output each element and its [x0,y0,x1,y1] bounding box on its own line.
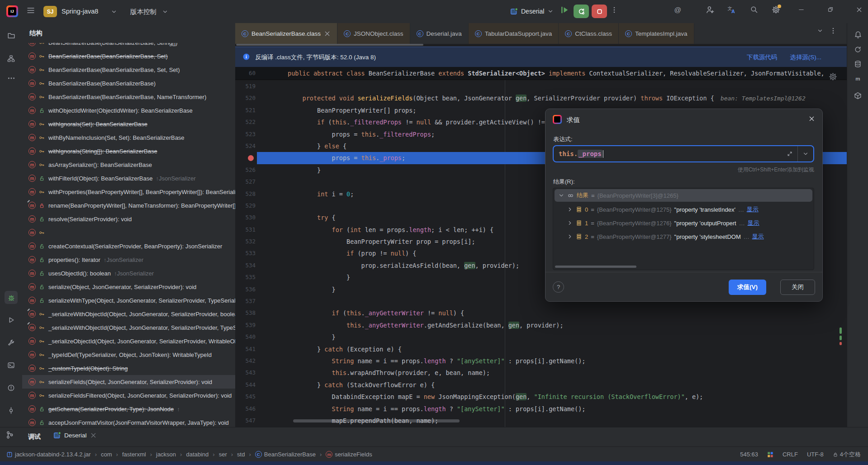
line-separator[interactable]: CRLF [783,451,798,458]
editor-settings-gear-icon[interactable] [829,72,837,81]
run-configuration-selector[interactable]: Deserial [510,5,554,18]
debug-session-tab[interactable]: Deserial [53,432,97,439]
line-number[interactable]: 537 [235,295,256,307]
show-value-link[interactable]: 显示 [752,232,764,241]
line-number[interactable]: 542 [235,355,256,367]
window-minimize-button[interactable] [798,6,805,13]
code-line[interactable]: 546 String name = i == props.length ? "[… [235,403,847,415]
breadcrumb-item[interactable]: jackson-databind-2.13.4.2.jar [6,451,91,458]
line-number[interactable]: 534 [235,260,256,271]
project-tool-icon[interactable] [5,29,18,42]
code-line[interactable]: 541 } catch (Exception e) { [235,343,847,355]
breadcrumb-item[interactable]: fasterxml [122,451,146,458]
git-branch-icon[interactable] [5,431,14,439]
build-tool-icon[interactable] [5,336,18,349]
line-number[interactable]: 531 [235,224,256,236]
code-line[interactable]: 520 protected void serializeFields(Objec… [235,92,847,104]
structure-item[interactable]: mwithProperties(BeanPropertyWriter[], Be… [22,185,235,199]
indent-widget[interactable]: 4个空格 [833,451,861,459]
line-number[interactable]: 524 [235,140,256,152]
line-number[interactable]: 520 [235,92,256,104]
code-line[interactable]: 547 mapE.prependPath(bean, name); [235,415,847,427]
code-line[interactable]: 542 String name = i == props.length ? "[… [235,355,847,367]
structure-item[interactable]: mgetSchema(SerializerProvider, Type): Js… [22,402,235,416]
structure-tool-icon[interactable] [5,52,18,65]
structure-item[interactable]: mBeanSerializerBase(BeanSerializerBase, … [22,90,235,104]
tabs-more-icon[interactable] [830,27,837,34]
structure-item[interactable]: mBeanSerializerBase(BeanSerializerBase) [22,76,235,90]
translate-icon[interactable]: 文A [727,5,736,14]
code-line[interactable]: 544 } catch (StackOverflowError e) { [235,379,847,391]
line-number[interactable]: 536 [235,284,256,295]
tree-scrollbar[interactable] [555,266,636,268]
tab-scrollbar[interactable] [236,44,423,46]
result-tree-row[interactable]: 结果 = {BeanPropertyWriter[3]@1265} [555,189,812,202]
line-number[interactable]: 544 [235,379,256,391]
chevron-down-icon[interactable] [558,192,564,199]
structure-item[interactable]: mserializeFields(Object, JsonGenerator, … [22,375,235,389]
breadcrumb[interactable]: jackson-databind-2.13.4.2.jar›com›faster… [6,451,372,458]
close-button[interactable]: 关闭 [780,280,815,295]
structure-item[interactable]: mwithIgnorals(Set): BeanSerializerBase [22,117,235,131]
code-line[interactable]: 538 if (this._anyGetterWriter != null) { [235,307,847,319]
chevron-right-icon[interactable] [567,233,573,240]
help-button[interactable]: ? [553,281,564,293]
caret-position[interactable]: 545:63 [740,451,758,458]
result-tree-row[interactable]: 2 = {BeanPropertyWriter@1277} "property … [553,230,814,243]
editor-tab[interactable]: CDeserial.java [410,23,469,44]
structure-item[interactable]: mserializeWithType(Object, JsonGenerator… [22,294,235,307]
problems-tool-icon[interactable] [5,381,18,394]
structure-item[interactable]: mwithByNameInclusion(Set, Set): BeanSeri… [22,131,235,144]
line-number[interactable]: 529 [235,200,256,212]
database-tool-icon[interactable] [851,57,864,71]
breadcrumb-item[interactable]: jackson [156,451,176,458]
structure-item[interactable]: mfindConvertingSerializer(SerializerProv… [22,226,235,239]
result-tree-row[interactable]: 0 = {BeanPropertyWriter@1275} "property … [553,203,814,216]
breadcrumb-item[interactable]: std [237,451,245,458]
structure-item[interactable]: m_serializeWithObjectId(Object, JsonGene… [22,307,235,321]
line-number[interactable]: 545 [235,391,256,403]
notifications-bell-icon[interactable] [851,28,864,41]
dependencies-tool-icon[interactable] [851,89,864,102]
terminal-tool-icon[interactable] [5,359,18,372]
evaluate-button[interactable]: 求值(V) [729,280,766,295]
expand-editor-icon[interactable] [787,146,797,161]
structure-item[interactable]: m_typeIdDef(TypeSerializer, Object, Json… [22,348,235,361]
main-menu-icon[interactable] [26,6,35,15]
code-line[interactable]: 545 DatabindException mapE = new JsonMap… [235,391,847,403]
dialog-close-icon[interactable] [808,115,815,122]
editor-tab[interactable]: CTemplatesImpl.java [619,23,694,44]
breadcrumb-item[interactable]: ser [219,451,227,458]
structure-item[interactable]: musesObjectId(): boolean ↑JsonSerializer [22,266,235,280]
line-number[interactable]: 60 [235,67,256,80]
line-number[interactable]: 527 [235,176,256,188]
structure-item[interactable]: mserializeFieldsFiltered(Object, JsonGen… [22,389,235,402]
structure-item[interactable]: mproperties(): Iterator ↑JsonSerializer [22,253,235,266]
structure-item[interactable]: mwithObjectIdWriter(ObjectIdWriter): Bea… [22,104,235,117]
color-grid-icon[interactable] [767,451,773,458]
code-with-me-icon[interactable] [706,5,714,14]
more-actions-icon[interactable] [611,6,618,14]
download-sources-link[interactable]: 下载源代码 [747,53,778,62]
structure-item[interactable]: mserialize(Object, JsonGenerator, Serial… [22,280,235,294]
file-encoding[interactable]: UTF-8 [807,451,824,458]
line-number[interactable]: 521 [235,104,256,116]
result-tree-row[interactable]: 1 = {BeanPropertyWriter@1276} "property … [553,216,814,230]
tabs-chevron-down-icon[interactable] [817,27,823,34]
line-number[interactable]: 541 [235,343,256,355]
debug-tool-icon[interactable] [5,291,18,304]
breadcrumb-item[interactable]: com [101,451,112,458]
code-line[interactable]: 540 } [235,331,847,343]
structure-item[interactable]: macceptJsonFormatVisitor(JsonFormatVisit… [22,416,235,427]
run-tool-icon[interactable] [5,313,18,327]
maven-tool-icon[interactable]: m [851,72,864,85]
line-number[interactable]: 532 [235,236,256,247]
editor-tab[interactable]: CCtClass.class [559,23,619,44]
vcs-menu[interactable]: 版本控制 [130,8,157,16]
ai-assistant-icon[interactable]: @ [673,5,682,14]
expression-history-dropdown[interactable] [797,146,813,161]
line-number[interactable]: 546 [235,403,256,415]
rerun-debug-button[interactable] [574,5,589,18]
structure-item[interactable]: m_customTypeId(Object): String [22,361,235,375]
structure-item[interactable]: mrename(BeanPropertyWriter[], NameTransf… [22,199,235,212]
